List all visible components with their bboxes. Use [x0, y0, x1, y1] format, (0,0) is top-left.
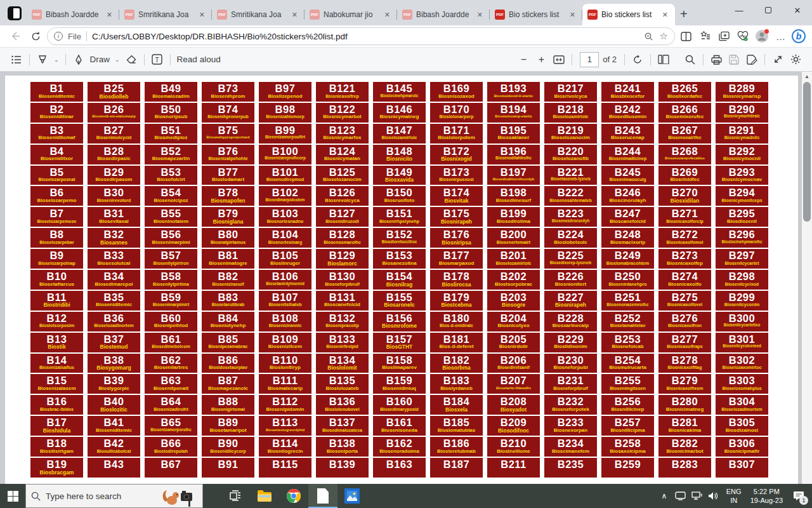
taskbar-search[interactable]: Type here to search: [25, 484, 203, 508]
page-number-input[interactable]: 1: [580, 52, 599, 67]
refresh-button[interactable]: [27, 27, 44, 45]
divider: [65, 54, 66, 65]
address-bar: i File C:/Users/LOBBY/Desktop/DR.BIBHASH…: [0, 25, 812, 48]
highlight-button[interactable]: [34, 51, 51, 68]
browser-tab-2[interactable]: PDFSmritikana Joa✕: [212, 4, 304, 25]
photos-button[interactable]: [337, 484, 367, 508]
sticker-cell: B64Biosenizadiroiht: [145, 395, 197, 415]
scrollbar-thumb[interactable]: [803, 82, 811, 222]
new-tab-button[interactable]: +: [680, 8, 688, 20]
draw-dropdown[interactable]: ⌄: [115, 57, 120, 63]
network-button[interactable]: [690, 484, 705, 508]
tab-close-icon[interactable]: ✕: [197, 10, 207, 20]
collections-button[interactable]: [716, 28, 732, 44]
fit-to-width-button[interactable]: [550, 51, 568, 68]
tab-close-icon[interactable]: ✕: [568, 10, 577, 20]
browser-tab-3[interactable]: PDFNabokumar jio✕: [304, 4, 397, 25]
cast-button[interactable]: [673, 484, 688, 508]
sticker-code: B123: [316, 125, 369, 136]
favorites-button[interactable]: [697, 28, 713, 44]
volume-button[interactable]: [706, 484, 721, 508]
sticker-name: Bioselozadinortem: [88, 323, 140, 328]
file-explorer-button[interactable]: [250, 484, 279, 508]
add-text-button[interactable]: T: [148, 51, 166, 68]
task-view-button[interactable]: [221, 484, 250, 508]
favorite-star-icon[interactable]: ☆: [660, 30, 668, 42]
sticker-name: Biosxidilan: [658, 198, 711, 204]
sticker-name: Biosedimarepol: [88, 282, 140, 288]
start-button[interactable]: [0, 484, 25, 508]
zoom-out-button[interactable]: −: [514, 51, 532, 68]
clock[interactable]: 5:22 PM 19-Aug-23: [747, 487, 787, 505]
browser-tab-5[interactable]: PDFBio stickers list✕: [490, 4, 582, 25]
tab-actions-icon[interactable]: [8, 6, 22, 20]
tab-close-icon[interactable]: ✕: [290, 10, 299, 20]
search-highlight-image[interactable]: [160, 485, 197, 507]
sticker-name: Biosdizainosi: [716, 428, 768, 434]
hidden-icons-button[interactable]: ∧: [657, 484, 672, 508]
sticker-code: B30: [88, 187, 140, 198]
profile-button[interactable]: [754, 28, 770, 44]
erase-button[interactable]: [122, 51, 140, 68]
draw-button[interactable]: [70, 51, 88, 68]
toc-button[interactable]: [8, 51, 25, 68]
save-button[interactable]: [725, 51, 743, 68]
tab-strip: PDFBibash Joardde✕PDFSmritikana Joa✕PDFS…: [0, 0, 812, 25]
highlight-dropdown[interactable]: ⌄: [54, 57, 59, 63]
split-screen-button[interactable]: [678, 28, 694, 44]
maximize-button[interactable]: [754, 0, 783, 20]
expand-button[interactable]: [769, 51, 787, 68]
sticker-code: B40: [88, 396, 140, 407]
zoom-in-button[interactable]: +: [532, 51, 550, 68]
sticker-code: B62: [145, 355, 197, 366]
rotate-button[interactable]: [629, 51, 646, 68]
scroll-up-icon[interactable]: ▲: [802, 72, 812, 79]
print-button[interactable]: [707, 51, 725, 68]
language-indicator[interactable]: ENG IN: [723, 487, 745, 505]
draw-label[interactable]: Draw: [90, 55, 110, 64]
save-as-button[interactable]: [743, 51, 761, 68]
sticker-name: Biosninotalem: [145, 219, 197, 225]
notification-center-button[interactable]: 1: [788, 484, 809, 508]
sticker-code: B163: [373, 459, 426, 470]
pdf-reader-taskbar-button[interactable]: [308, 484, 337, 508]
sticker-cell: B223Biosenositrocordyh: [544, 207, 597, 227]
browser-tab-0[interactable]: PDFBibash Joardde✕: [27, 4, 119, 25]
pdf-settings-button[interactable]: [787, 51, 804, 68]
close-window-button[interactable]: ✕: [783, 0, 812, 20]
browser-essentials-button[interactable]: [735, 28, 751, 44]
tab-close-icon[interactable]: ✕: [660, 10, 670, 20]
tab-close-icon[interactable]: ✕: [383, 10, 392, 20]
browser-tab-1[interactable]: PDFSmritikana Joa✕: [119, 4, 212, 25]
sticker-code: B9: [30, 250, 83, 261]
search-document-button[interactable]: [681, 51, 699, 68]
chrome-button[interactable]: [279, 484, 308, 508]
settings-more-button[interactable]: …: [773, 28, 789, 44]
page-info-icon[interactable]: i: [54, 32, 63, 41]
eraser-icon: [126, 55, 136, 64]
sticker-name: Biosenizadiroiht: [145, 407, 197, 412]
sticker-cell: B209Biosodifnoc: [487, 416, 540, 436]
back-button[interactable]: [6, 27, 24, 45]
read-aloud-button[interactable]: Read aloud: [177, 55, 221, 64]
sticker-cell: B227Biosnirapeh: [544, 291, 597, 311]
sticker-name: Bioslolorpotem: [430, 135, 483, 141]
sticker-name: Biosenonazemrolhc: [601, 302, 654, 307]
sticker-code: B245: [601, 167, 654, 178]
tab-close-icon[interactable]: ✕: [105, 10, 114, 20]
url-bar[interactable]: i File C:/Users/LOBBY/Desktop/DR.BIBHASH…: [47, 27, 675, 45]
url-text[interactable]: C:/Users/LOBBY/Desktop/DR.BIBHASH/Bio%20…: [92, 32, 639, 41]
tab-close-icon[interactable]: ✕: [475, 10, 485, 20]
sticker-code: B82: [202, 271, 254, 282]
vertical-scrollbar[interactable]: ▲: [802, 72, 812, 484]
sticker-cell: B275Biosnicaxolfovel: [658, 291, 711, 311]
sticker-cell: B174Biosvitak: [430, 186, 483, 206]
highlighter-icon: [37, 55, 48, 65]
browser-tab-4[interactable]: PDFBibash Joardde✕: [397, 4, 490, 25]
minimize-button[interactable]: —: [724, 0, 754, 20]
sticker-cell: B104Biosnortesinarg: [259, 228, 311, 248]
browser-tab-6[interactable]: PDFBio stickers list✕: [582, 4, 675, 25]
zoom-page-icon[interactable]: [644, 32, 653, 41]
bing-discover-button[interactable]: b: [792, 29, 806, 43]
page-view-button[interactable]: [655, 51, 672, 68]
